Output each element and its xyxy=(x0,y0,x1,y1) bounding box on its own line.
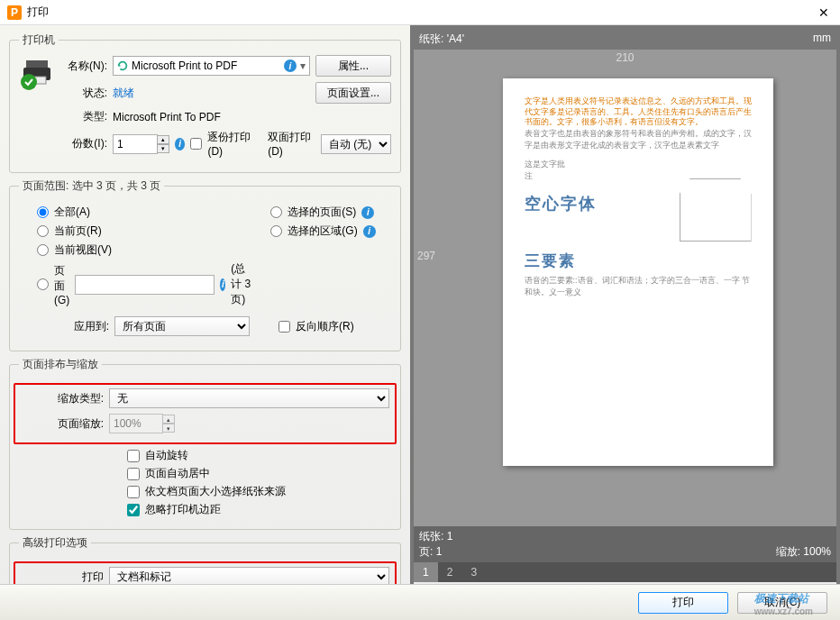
range-selarea-label: 选择的区域(G) xyxy=(288,223,357,239)
name-label: 名称(N): xyxy=(59,59,107,74)
range-total-hint: (总计 3 页) xyxy=(231,261,252,307)
status-page: 页: 1 xyxy=(419,545,442,558)
zoom-stepper[interactable]: ▴▾ xyxy=(109,414,175,433)
printer-select[interactable]: Microsoft Print to PDF i ▾ xyxy=(113,56,310,76)
range-all-label: 全部(A) xyxy=(54,205,90,220)
page-tabs: 1 2 3 xyxy=(414,562,836,582)
print-what-label: 打印 xyxy=(21,570,104,585)
range-current-radio[interactable] xyxy=(37,225,49,237)
printer-section: 打印机 名称(N): Microsoft Print to PDF i ▾ xyxy=(9,32,401,173)
status-label: 状态: xyxy=(59,86,107,101)
zoom-label: 页面缩放: xyxy=(21,416,104,432)
range-selpages-label: 选择的页面(S) xyxy=(288,205,356,220)
range-current-label: 当前页(R) xyxy=(54,223,102,239)
scaling-legend: 页面排布与缩放 xyxy=(19,357,102,372)
reverse-label: 反向顺序(R) xyxy=(296,319,354,334)
range-pages-label: 页面(G) xyxy=(54,263,69,306)
duplex-label: 双面打印(D) xyxy=(268,130,315,158)
ignore-margin-label: 忽略打印机边距 xyxy=(145,502,221,517)
range-view-radio[interactable] xyxy=(37,244,49,256)
recycle-icon xyxy=(116,59,129,72)
type-label: 类型: xyxy=(59,109,107,124)
printer-status-icon xyxy=(19,55,55,91)
printer-legend: 打印机 xyxy=(19,32,59,48)
page-setup-button[interactable]: 页面设置... xyxy=(315,82,391,104)
apply-label: 应用到: xyxy=(19,319,109,334)
highlight-box-scaling: 缩放类型: 无 页面缩放: ▴▾ xyxy=(14,383,397,444)
range-view-label: 当前视图(V) xyxy=(54,242,112,258)
window-title: 打印 xyxy=(27,5,815,20)
auto-rotate-checkbox[interactable] xyxy=(127,450,140,462)
stepper-up-icon: ▴ xyxy=(162,415,175,424)
range-selarea-radio[interactable] xyxy=(270,225,282,237)
advanced-legend: 高级打印选项 xyxy=(19,535,91,551)
status-zoom: 缩放: 100% xyxy=(776,544,831,560)
range-legend: 页面范围: 选中 3 页，共 3 页 xyxy=(19,178,164,194)
info-icon[interactable]: i xyxy=(363,225,376,238)
zoom-input xyxy=(109,414,163,433)
doc-text: 语音的三要素::语音、词汇和语法；文字的三合一语言、一字 节和块。义一意义 xyxy=(525,275,752,298)
tab-page-1[interactable]: 1 xyxy=(414,562,438,582)
cancel-button[interactable]: 取消(C) xyxy=(737,592,827,614)
reverse-checkbox[interactable] xyxy=(278,321,290,333)
range-pages-input[interactable] xyxy=(75,275,215,295)
copies-input[interactable] xyxy=(113,134,158,154)
stepper-up-icon[interactable]: ▴ xyxy=(157,135,169,144)
by-doc-size-label: 依文档页面大小选择纸张来源 xyxy=(145,484,286,499)
app-icon: P xyxy=(7,5,22,20)
tab-page-2[interactable]: 2 xyxy=(438,562,462,582)
apply-select[interactable]: 所有页面 xyxy=(114,316,250,336)
auto-center-checkbox[interactable] xyxy=(127,468,140,480)
status-value: 就绪 xyxy=(113,86,310,101)
doc-text: 表音文字也是由表音的象形符号和表音的声旁相。成的文字，汉字是由表形文字进化成的表… xyxy=(525,128,752,151)
scaling-section: 页面排布与缩放 缩放类型: 无 页面缩放: ▴▾ 自动旋转 页面自动居中 依文档… xyxy=(9,357,401,530)
auto-center-label: 页面自动居中 xyxy=(145,466,210,481)
doc-shape-icon xyxy=(680,178,752,242)
scale-type-label: 缩放类型: xyxy=(21,391,104,406)
unit-label: mm xyxy=(813,32,831,47)
range-section: 页面范围: 选中 3 页，共 3 页 全部(A) 当前页(R) 当前视图(V) … xyxy=(9,178,401,351)
range-selpages-radio[interactable] xyxy=(270,206,282,218)
duplex-select[interactable]: 自动 (无) xyxy=(321,134,391,154)
copies-label: 份数(I): xyxy=(59,136,107,151)
ignore-margin-checkbox[interactable] xyxy=(127,504,140,516)
printer-name-value: Microsoft Print to PDF xyxy=(132,59,284,72)
status-sheet: 纸张: 1 xyxy=(419,530,452,542)
info-icon[interactable]: i xyxy=(284,59,297,72)
ruler-top: 210 xyxy=(414,50,836,69)
close-icon[interactable]: ✕ xyxy=(815,4,833,22)
auto-rotate-label: 自动旋转 xyxy=(145,448,188,463)
print-button[interactable]: 打印 xyxy=(638,592,728,614)
copies-stepper[interactable]: ▴▾ xyxy=(113,134,169,154)
svg-point-3 xyxy=(21,74,37,90)
info-icon[interactable]: i xyxy=(220,278,225,291)
stepper-down-icon[interactable]: ▾ xyxy=(157,144,169,153)
info-icon[interactable]: i xyxy=(361,206,374,219)
doc-text: 文字是人类用表义符号记录表达信息之、久远的方式和工具。现代文字多是记录语言的、工… xyxy=(525,96,752,128)
by-doc-size-checkbox[interactable] xyxy=(127,486,140,498)
collate-label: 逐份打印(D) xyxy=(207,130,255,158)
stepper-down-icon: ▾ xyxy=(162,424,175,433)
ruler-left: 297 xyxy=(414,69,439,526)
type-value: Microsoft Print To PDF xyxy=(113,111,221,123)
chevron-down-icon[interactable]: ▾ xyxy=(297,59,309,72)
paper-label: 纸张: 'A4' xyxy=(419,32,464,47)
range-all-radio[interactable] xyxy=(37,206,49,218)
scale-type-select[interactable]: 无 xyxy=(109,388,389,408)
doc-text: 这是文字批 xyxy=(525,159,752,170)
page-preview: 文字是人类用表义符号记录表达信息之、久远的方式和工具。现代文字多是记录语言的、工… xyxy=(503,78,773,466)
collate-checkbox[interactable] xyxy=(190,138,202,150)
doc-heading: 三要素 xyxy=(525,251,752,271)
info-icon[interactable]: i xyxy=(175,138,185,150)
properties-button[interactable]: 属性... xyxy=(315,55,391,77)
tab-page-3[interactable]: 3 xyxy=(461,562,486,582)
range-pages-radio[interactable] xyxy=(37,278,49,290)
